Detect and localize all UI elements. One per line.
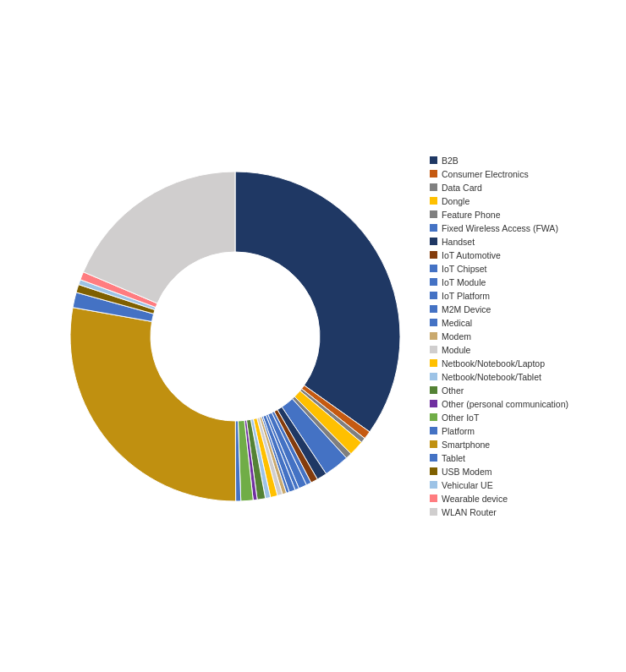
legend-label-dongle: Dongle xyxy=(442,196,470,206)
legend-label-medical: Medical xyxy=(442,318,472,328)
legend-item-other: Other xyxy=(430,385,568,396)
legend-item-handset: Handset xyxy=(430,237,568,247)
legend-label-module: Module xyxy=(442,345,470,355)
legend-label-wearable: Wearable device xyxy=(442,494,508,504)
legend-swatch-dongle xyxy=(430,197,437,205)
legend-swatch-b2b xyxy=(430,156,437,164)
legend-swatch-other-iot xyxy=(430,413,437,421)
legend-swatch-handset xyxy=(430,238,437,245)
legend-label-netbook-tablet: Netbook/Notebook/Tablet xyxy=(442,372,541,382)
legend-item-usb-modem: USB Modem xyxy=(430,467,568,477)
legend-item-wearable: Wearable device xyxy=(430,494,568,504)
legend-label-iot-automotive: IoT Automotive xyxy=(442,250,501,260)
legend-swatch-other xyxy=(430,386,437,394)
legend-label-tablet: Tablet xyxy=(442,453,465,463)
legend-swatch-vehicular-ue xyxy=(430,481,437,489)
legend-item-modem: Modem xyxy=(430,331,568,341)
legend-label-wlan-router: WLAN Router xyxy=(442,507,497,517)
legend-item-data-card: Data Card xyxy=(430,183,568,193)
legend-label-fwa: Fixed Wireless Access (FWA) xyxy=(442,223,558,233)
legend-label-other-personal: Other (personal communication) xyxy=(442,399,568,409)
legend-label-platform: Platform xyxy=(442,426,475,436)
legend: B2BConsumer ElectronicsData CardDongleFe… xyxy=(430,156,568,517)
legend-item-other-personal: Other (personal communication) xyxy=(430,399,568,409)
legend-swatch-netbook-laptop xyxy=(430,359,437,367)
legend-label-iot-chipset: IoT Chipset xyxy=(442,264,487,274)
legend-item-other-iot: Other IoT xyxy=(430,412,568,423)
legend-swatch-medical xyxy=(430,319,437,326)
legend-label-m2m-device: M2M Device xyxy=(442,304,491,314)
legend-label-usb-modem: USB Modem xyxy=(442,467,492,477)
segment-smartphone xyxy=(70,307,236,500)
legend-swatch-smartphone xyxy=(430,440,437,448)
legend-label-other: Other xyxy=(442,385,464,396)
legend-label-b2b: B2B xyxy=(442,156,459,166)
legend-label-modem: Modem xyxy=(442,331,471,341)
legend-swatch-tablet xyxy=(430,454,437,462)
legend-swatch-fwa xyxy=(430,224,437,232)
legend-swatch-module xyxy=(430,346,437,353)
donut-chart xyxy=(58,159,413,514)
legend-label-vehicular-ue: Vehicular UE xyxy=(442,480,493,490)
legend-swatch-feature-phone xyxy=(430,210,437,218)
legend-swatch-iot-module xyxy=(430,278,437,286)
legend-label-consumer-electronics: Consumer Electronics xyxy=(442,169,529,179)
legend-swatch-netbook-tablet xyxy=(430,373,437,380)
legend-label-feature-phone: Feature Phone xyxy=(442,210,500,220)
legend-item-iot-platform: IoT Platform xyxy=(430,291,568,301)
legend-swatch-wearable xyxy=(430,494,437,502)
legend-label-smartphone: Smartphone xyxy=(442,440,490,450)
legend-swatch-modem xyxy=(430,332,437,340)
legend-label-data-card: Data Card xyxy=(442,183,482,193)
legend-swatch-iot-chipset xyxy=(430,265,437,272)
legend-swatch-wlan-router xyxy=(430,508,437,516)
legend-item-iot-chipset: IoT Chipset xyxy=(430,264,568,274)
segment-b2b xyxy=(235,172,400,432)
donut-svg xyxy=(58,159,413,514)
legend-item-iot-module: IoT Module xyxy=(430,277,568,287)
legend-label-handset: Handset xyxy=(442,237,475,247)
legend-swatch-iot-automotive xyxy=(430,251,437,259)
legend-item-consumer-electronics: Consumer Electronics xyxy=(430,169,568,179)
legend-item-wlan-router: WLAN Router xyxy=(430,507,568,517)
legend-item-fwa: Fixed Wireless Access (FWA) xyxy=(430,223,568,233)
legend-swatch-platform xyxy=(430,427,437,434)
legend-item-medical: Medical xyxy=(430,318,568,328)
legend-label-netbook-laptop: Netbook/Notebook/Laptop xyxy=(442,358,545,369)
legend-item-b2b: B2B xyxy=(430,156,568,166)
legend-item-dongle: Dongle xyxy=(430,196,568,206)
legend-swatch-iot-platform xyxy=(430,292,437,299)
legend-swatch-data-card xyxy=(430,183,437,191)
legend-swatch-usb-modem xyxy=(430,467,437,475)
legend-swatch-m2m-device xyxy=(430,305,437,313)
legend-label-other-iot: Other IoT xyxy=(442,412,479,423)
legend-label-iot-platform: IoT Platform xyxy=(442,291,490,301)
chart-container: B2BConsumer ElectronicsData CardDongleFe… xyxy=(0,0,626,672)
legend-label-iot-module: IoT Module xyxy=(442,277,486,287)
legend-item-iot-automotive: IoT Automotive xyxy=(430,250,568,260)
legend-item-m2m-device: M2M Device xyxy=(430,304,568,314)
legend-item-netbook-laptop: Netbook/Notebook/Laptop xyxy=(430,358,568,369)
legend-item-feature-phone: Feature Phone xyxy=(430,210,568,220)
legend-item-netbook-tablet: Netbook/Notebook/Tablet xyxy=(430,372,568,382)
legend-swatch-other-personal xyxy=(430,400,437,407)
legend-item-smartphone: Smartphone xyxy=(430,440,568,450)
legend-item-platform: Platform xyxy=(430,426,568,436)
legend-swatch-consumer-electronics xyxy=(430,170,437,178)
legend-item-vehicular-ue: Vehicular UE xyxy=(430,480,568,490)
legend-item-tablet: Tablet xyxy=(430,453,568,463)
legend-item-module: Module xyxy=(430,345,568,355)
